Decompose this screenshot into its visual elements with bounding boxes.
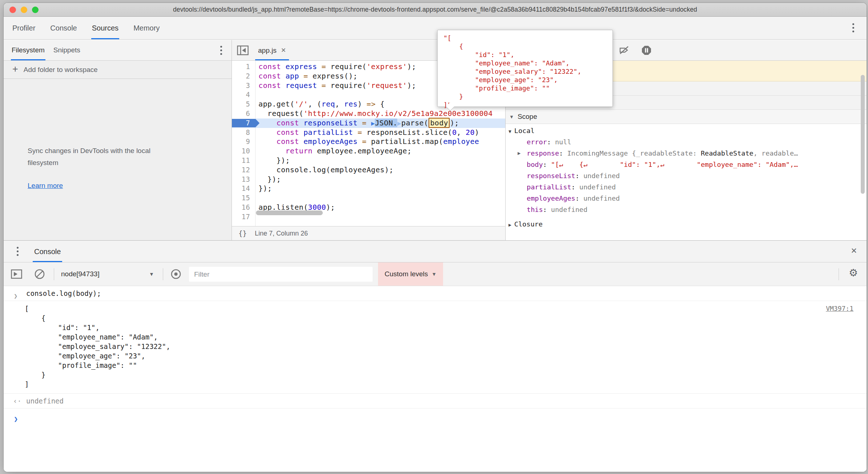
code-line[interactable]: }); xyxy=(255,184,505,193)
code-token: responseList xyxy=(304,118,358,127)
tab-console-drawer[interactable]: Console xyxy=(33,241,62,262)
tab-filesystem[interactable]: Filesystem xyxy=(11,40,45,60)
gutter-line-number[interactable]: 15 xyxy=(232,193,255,203)
collapse-panel-icon[interactable] xyxy=(237,45,249,55)
scope-variable-row[interactable]: employeeAges: undefined xyxy=(506,193,861,204)
console-menu-icon[interactable] xyxy=(17,247,19,256)
console-command-row[interactable]: ❯ console.log(body); xyxy=(4,286,867,301)
pause-on-exceptions-icon[interactable] xyxy=(642,45,651,55)
gutter-line-number[interactable]: 9 xyxy=(232,137,255,146)
gutter-line-number[interactable]: 5 xyxy=(232,100,255,109)
scope-variable-row[interactable]: error: null xyxy=(506,136,861,148)
code-token: = xyxy=(358,128,362,137)
expand-closed-icon[interactable]: ▶ xyxy=(518,148,521,159)
gutter-line-number[interactable]: 4 xyxy=(232,90,255,100)
code-line[interactable]: }); xyxy=(255,175,505,184)
variable-value: null xyxy=(555,138,571,146)
code-token: partialList xyxy=(304,128,353,137)
gutter-line-number[interactable]: 2 xyxy=(232,72,255,81)
scope-section-header[interactable]: ▼ Scope xyxy=(506,110,867,124)
code-token: app.get( xyxy=(258,100,294,108)
custom-levels-button[interactable]: Custom levels ▼ xyxy=(378,262,443,286)
scope-local-group[interactable]: ▼Local xyxy=(506,125,861,136)
console-command-text: console.log(body); xyxy=(26,289,101,297)
variable-name: employeeAges xyxy=(527,194,575,202)
debugger-scrollbar[interactable] xyxy=(861,75,865,194)
variable-value: IncomingMessage {_readableState: xyxy=(567,149,701,157)
close-file-icon[interactable]: ✕ xyxy=(281,47,286,54)
clear-console-icon[interactable] xyxy=(34,262,45,286)
code-line[interactable]: return employee.employeeAge; xyxy=(255,146,505,156)
gutter-line-number[interactable]: 17 xyxy=(232,212,255,222)
live-expression-eye-icon[interactable] xyxy=(170,262,182,286)
code-token: = xyxy=(322,81,326,90)
scope-variable-row[interactable]: body: "[↵ {↵ "id": "1",↵ "employee_name"… xyxy=(506,159,861,170)
code-token xyxy=(281,81,285,90)
gutter-line-number[interactable]: 3 xyxy=(232,81,255,91)
main-menu-icon[interactable] xyxy=(852,23,854,32)
gutter-line-number[interactable]: 12 xyxy=(232,165,255,175)
console-prompt-row[interactable]: ❯ xyxy=(4,409,867,425)
gutter-line-number[interactable]: 10 xyxy=(232,146,255,156)
gutter-line-number[interactable]: 16 xyxy=(232,203,255,212)
code-line[interactable]: const responseList = ▶JSON.▶parse(body); xyxy=(255,118,505,128)
execution-context-selector[interactable]: node[94733] xyxy=(61,262,100,286)
gutter-line-number[interactable]: 13 xyxy=(232,175,255,184)
desktop: { "window": { "title": "devtools://devto… xyxy=(0,0,868,474)
deactivate-breakpoints-icon[interactable] xyxy=(619,45,629,55)
code-line[interactable]: console.log(employeeAges); xyxy=(255,165,505,175)
close-console-icon[interactable]: ✕ xyxy=(851,246,857,255)
scope-variable-row[interactable]: partialList: undefined xyxy=(506,181,861,193)
variable-value: undefined xyxy=(583,172,620,180)
gutter-line-number[interactable]: 1 xyxy=(232,62,255,72)
code-token: express(); xyxy=(308,72,357,80)
gutter-line-number[interactable]: 7 xyxy=(232,118,255,128)
code-token xyxy=(299,118,304,127)
close-window-button[interactable] xyxy=(9,7,16,13)
file-tab-appjs[interactable]: app.js ✕ xyxy=(255,40,289,60)
gutter-line-number[interactable]: 8 xyxy=(232,128,255,137)
tab-memory[interactable]: Memory xyxy=(133,17,160,39)
pretty-print-button[interactable]: {} xyxy=(238,229,247,237)
code-line[interactable]: }); xyxy=(255,156,505,165)
tab-profiler[interactable]: Profiler xyxy=(12,17,36,39)
context-dropdown-icon[interactable]: ▼ xyxy=(149,262,154,286)
gutter-line-number[interactable]: 6 xyxy=(232,109,255,118)
code-line[interactable] xyxy=(255,193,505,203)
console-settings-gear-icon[interactable]: ⚙ xyxy=(849,268,858,278)
variable-value: undefined xyxy=(583,194,620,202)
code-line[interactable]: const partialList = responseList.slice(0… xyxy=(255,128,505,137)
learn-more-link[interactable]: Learn more xyxy=(28,182,63,190)
code-line[interactable]: request('http://www.mocky.io/v2/5e1a9a2e… xyxy=(255,109,505,118)
zoom-window-button[interactable] xyxy=(32,7,39,13)
minimize-window-button[interactable] xyxy=(21,7,27,13)
value-tooltip-text: "[ { "id": "1", "employee_name": "Adam",… xyxy=(438,30,612,109)
scope-closure-group[interactable]: ▶Closure xyxy=(506,218,861,230)
scope-variable-row[interactable]: ▶response: IncomingMessage {_readableSta… xyxy=(506,148,861,159)
gutter-line-number[interactable]: 14 xyxy=(232,184,255,193)
tab-sources[interactable]: Sources xyxy=(91,17,119,39)
code-token: = xyxy=(362,137,366,146)
toolbar-divider xyxy=(839,268,839,280)
code-token: ); xyxy=(407,81,416,90)
code-token: employee xyxy=(443,137,479,146)
navigator-menu-icon[interactable] xyxy=(220,46,222,55)
add-folder-button[interactable]: + Add folder to workspace xyxy=(4,61,232,79)
tab-snippets[interactable]: Snippets xyxy=(53,40,81,60)
scope-closure-label: Closure xyxy=(514,220,543,228)
source-location-link[interactable]: VM397:1 xyxy=(826,305,853,312)
scope-variable-row[interactable]: responseList: undefined xyxy=(506,170,861,181)
scope-variable-row[interactable]: this: undefined xyxy=(506,204,861,215)
tab-console[interactable]: Console xyxy=(49,17,77,39)
variable-value: undefined xyxy=(551,206,587,213)
code-token: JSON. xyxy=(375,118,397,127)
filter-input[interactable] xyxy=(189,267,373,282)
gutter-line-number[interactable]: 11 xyxy=(232,156,255,165)
code-token xyxy=(358,137,362,146)
code-token: 'http://www.mocky.io/v2/5e1a9a2e00e31000… xyxy=(304,109,493,118)
console-result-row[interactable]: [ { "id": "1", "employee_name": "Adam", … xyxy=(4,301,867,394)
scope-variables: error: null▶response: IncomingMessage {_… xyxy=(506,136,861,215)
console-sidebar-icon[interactable] xyxy=(11,262,22,286)
horizontal-scrollbar[interactable] xyxy=(256,210,323,215)
code-line[interactable]: const employeeAges = partialList.map(emp… xyxy=(255,137,505,146)
